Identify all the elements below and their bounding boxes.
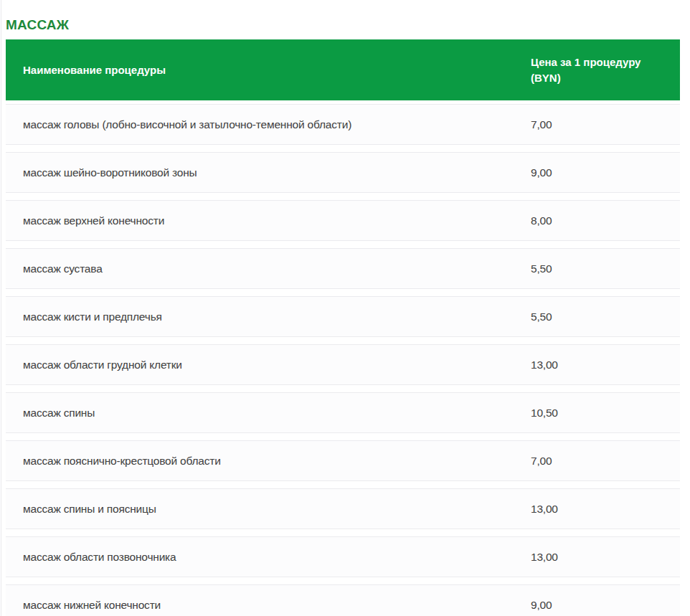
table-row: массаж области позвоночника 13,00 [6, 536, 680, 577]
price-list-page: МАССАЖ Наименование процедуры Цена за 1 … [0, 0, 690, 616]
page-title: МАССАЖ [6, 18, 69, 32]
table-row: массаж шейно-воротниковой зоны 9,00 [6, 152, 680, 193]
cell-price: 8,00 [531, 214, 680, 227]
cell-price: 5,50 [531, 311, 680, 323]
cell-price: 13,00 [531, 359, 680, 371]
cell-procedure-name: массаж шейно-воротниковой зоны [6, 166, 531, 179]
cell-price: 5,50 [531, 262, 680, 275]
table-row: массаж области грудной клетки 13,00 [6, 344, 680, 385]
page-left-border [1, 0, 1, 616]
cell-procedure-name: массаж области грудной клетки [6, 359, 531, 371]
table-row: массаж пояснично-крестцовой области 7,00 [6, 440, 680, 481]
cell-price: 9,00 [531, 599, 680, 612]
cell-procedure-name: массаж верхней конечности [6, 214, 531, 227]
table-row: массаж нижней конечности 9,00 [6, 584, 680, 616]
cell-procedure-name: массаж пояснично-крестцовой области [6, 455, 531, 468]
cell-procedure-name: массаж спины и поясницы [6, 503, 531, 516]
table-row: массаж спины и поясницы 13,00 [6, 488, 680, 529]
cell-procedure-name: массаж сустава [6, 262, 531, 275]
table-row: массаж спины 10,50 [6, 392, 680, 433]
table-body: массаж головы (лобно-височной и затылочн… [6, 104, 680, 616]
table-row: массаж сустава 5,50 [6, 248, 680, 289]
table-row: массаж головы (лобно-височной и затылочн… [6, 104, 680, 145]
cell-price: 7,00 [531, 118, 680, 131]
cell-procedure-name: массаж кисти и предплечья [6, 311, 531, 323]
massage-price-table: Наименование процедуры Цена за 1 процеду… [6, 39, 680, 616]
cell-procedure-name: массаж головы (лобно-височной и затылочн… [6, 118, 531, 131]
cell-procedure-name: массаж нижней конечности [6, 599, 531, 612]
cell-procedure-name: массаж спины [6, 407, 531, 420]
table-row: массаж верхней конечности 8,00 [6, 200, 680, 241]
header-cell-procedure-name: Наименование процедуры [6, 62, 531, 78]
cell-price: 10,50 [531, 407, 680, 420]
cell-price: 13,00 [531, 551, 680, 564]
header-cell-price: Цена за 1 процедуру (BYN) [531, 55, 680, 86]
cell-price: 9,00 [531, 166, 680, 179]
table-row: массаж кисти и предплечья 5,50 [6, 296, 680, 337]
cell-price: 7,00 [531, 455, 680, 468]
table-header-row: Наименование процедуры Цена за 1 процеду… [6, 39, 680, 100]
cell-price: 13,00 [531, 503, 680, 516]
cell-procedure-name: массаж области позвоночника [6, 551, 531, 564]
